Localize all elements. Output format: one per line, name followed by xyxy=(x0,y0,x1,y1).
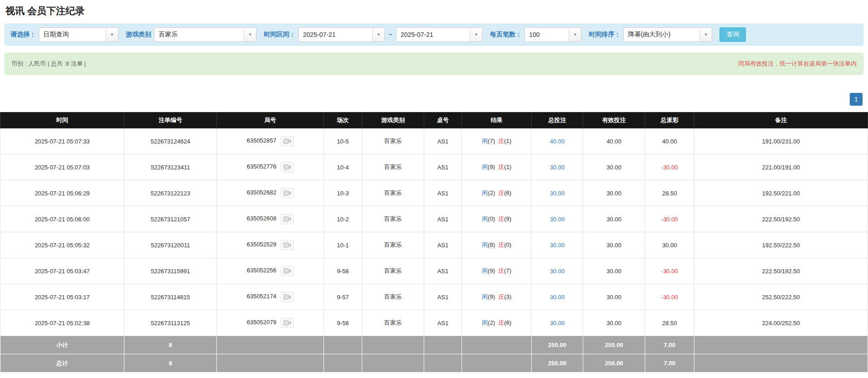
total-bet-link[interactable]: 30.00 xyxy=(550,294,565,301)
cell-game-type: 百家乐 xyxy=(362,154,424,180)
video-replay-icon[interactable] xyxy=(281,240,294,250)
total-bet-link[interactable]: 30.00 xyxy=(550,242,565,249)
cell-bet-id: 522673121057 xyxy=(124,206,217,232)
cell-session: 9-57 xyxy=(324,284,362,310)
banker-result: 庄 xyxy=(498,189,504,196)
header-valid-bet: 有效投注 xyxy=(583,112,645,128)
player-score: (2) xyxy=(488,189,495,196)
total-bet-link[interactable]: 30.00 xyxy=(550,320,565,327)
player-result: 闲 xyxy=(482,189,488,196)
cell-remark: 252.50/222.50 xyxy=(694,284,868,310)
per-page-select[interactable]: 100 ▼ xyxy=(524,27,581,42)
subtotal-count: 8 xyxy=(124,336,217,354)
time-sort-label: 时间排序： xyxy=(589,31,621,39)
cell-table-no: AS1 xyxy=(424,180,462,206)
table-row: 2025-07-21 05:07:03 522673123411 6350527… xyxy=(0,154,868,180)
cell-result: 闲(9)庄(3) xyxy=(462,284,532,310)
round-id-text: 635052079 xyxy=(247,319,276,326)
header-payout: 总派彩 xyxy=(645,112,694,128)
cell-total-bet: 30.00 xyxy=(532,310,583,336)
cell-table-no: AS1 xyxy=(424,154,462,180)
cell-table-no: AS1 xyxy=(424,284,462,310)
table-row: 2025-07-21 05:07:33 522673124624 6350528… xyxy=(0,128,868,154)
video-replay-icon[interactable] xyxy=(281,136,294,146)
cell-remark: 222.50/192.50 xyxy=(694,258,868,284)
cell-valid-bet: 40.00 xyxy=(583,128,645,154)
chevron-down-icon[interactable]: ▼ xyxy=(569,28,581,41)
total-bet-link[interactable]: 30.00 xyxy=(550,216,565,223)
total-bet-link[interactable]: 40.00 xyxy=(550,138,565,145)
cell-payout: -30.00 xyxy=(645,284,694,310)
cell-session: 10-1 xyxy=(324,232,362,258)
video-replay-icon[interactable] xyxy=(281,162,294,172)
cell-time: 2025-07-21 05:07:33 xyxy=(0,128,124,154)
cell-table-no: AS1 xyxy=(424,206,462,232)
cell-session: 10-4 xyxy=(324,154,362,180)
video-replay-icon[interactable] xyxy=(281,292,294,302)
table-row: 2025-07-21 05:06:00 522673121057 6350526… xyxy=(0,206,868,232)
query-type-value: 日期查询 xyxy=(39,28,106,41)
cell-time: 2025-07-21 05:06:00 xyxy=(0,206,124,232)
cell-payout: 30.00 xyxy=(645,232,694,258)
total-row: 总计 8 250.00 250.00 7.00 xyxy=(0,354,868,373)
search-button[interactable]: 查询 xyxy=(719,27,746,42)
cell-bet-id: 522673122123 xyxy=(124,180,217,206)
player-score: (0) xyxy=(488,215,495,222)
cell-bet-id: 522673120011 xyxy=(124,232,217,258)
total-valid-bet: 250.00 xyxy=(583,354,645,373)
cell-table-no: AS1 xyxy=(424,232,462,258)
cell-valid-bet: 30.00 xyxy=(583,206,645,232)
cell-total-bet: 30.00 xyxy=(532,206,583,232)
time-sort-value: 降幂(由大到小) xyxy=(624,28,699,41)
header-table-no: 桌号 xyxy=(424,112,462,128)
subtotal-valid-bet: 250.00 xyxy=(583,336,645,354)
game-type-value: 百家乐 xyxy=(154,28,244,41)
pagination-top: 1 xyxy=(5,93,863,106)
table-row: 2025-07-21 05:03:47 522673115991 6350522… xyxy=(0,258,868,284)
time-range-label: 时间区间： xyxy=(264,31,296,39)
cell-bet-id: 522673114815 xyxy=(124,284,217,310)
cell-valid-bet: 30.00 xyxy=(583,310,645,336)
banker-result: 庄 xyxy=(498,241,504,248)
chevron-down-icon[interactable]: ▼ xyxy=(470,28,482,41)
total-bet-link[interactable]: 30.00 xyxy=(550,164,565,171)
player-score: (2) xyxy=(488,319,495,326)
player-score: (8) xyxy=(488,241,495,248)
date-from-input[interactable]: 2025-07-21 ▼ xyxy=(298,27,385,42)
player-result: 闲 xyxy=(482,293,488,300)
game-type-select[interactable]: 百家乐 ▼ xyxy=(154,27,257,42)
page-1-button[interactable]: 1 xyxy=(850,93,863,106)
cell-valid-bet: 30.00 xyxy=(583,154,645,180)
chevron-down-icon[interactable]: ▼ xyxy=(699,28,712,41)
header-session: 场次 xyxy=(324,112,362,128)
total-count: 8 xyxy=(124,354,217,373)
summary-bar: 币别 : 人民币 | 总共 :8 注单 | 同局有效投注，统一计算在该局第一张注… xyxy=(5,53,863,75)
cell-round-id: 635052079 xyxy=(217,310,324,336)
total-total-bet: 250.00 xyxy=(532,354,583,373)
time-sort-select[interactable]: 降幂(由大到小) ▼ xyxy=(623,27,712,42)
banker-result: 庄 xyxy=(498,267,504,274)
subtotal-label: 小计 xyxy=(0,336,124,354)
cell-total-bet: 30.00 xyxy=(532,258,583,284)
video-replay-icon[interactable] xyxy=(281,188,294,198)
player-result: 闲 xyxy=(482,215,488,222)
subtotal-total-bet: 250.00 xyxy=(532,336,583,354)
video-replay-icon[interactable] xyxy=(281,214,294,224)
cell-round-id: 635052529 xyxy=(217,232,324,258)
cell-table-no: AS1 xyxy=(424,310,462,336)
table-row: 2025-07-21 05:05:32 522673120011 6350525… xyxy=(0,232,868,258)
cell-bet-id: 522673115991 xyxy=(124,258,217,284)
page-title: 视讯 会员下注纪录 xyxy=(5,5,868,17)
video-replay-icon[interactable] xyxy=(281,318,294,328)
chevron-down-icon[interactable]: ▼ xyxy=(244,28,256,41)
banker-score: (1) xyxy=(504,138,512,144)
video-replay-icon[interactable] xyxy=(281,266,294,276)
chevron-down-icon[interactable]: ▼ xyxy=(372,28,385,41)
cell-total-bet: 30.00 xyxy=(532,180,583,206)
cell-total-bet: 30.00 xyxy=(532,284,583,310)
total-bet-link[interactable]: 30.00 xyxy=(550,268,565,275)
date-to-input[interactable]: 2025-07-21 ▼ xyxy=(396,27,483,42)
query-type-select[interactable]: 日期查询 ▼ xyxy=(39,27,118,42)
total-bet-link[interactable]: 30.00 xyxy=(550,190,565,197)
chevron-down-icon[interactable]: ▼ xyxy=(106,28,118,41)
